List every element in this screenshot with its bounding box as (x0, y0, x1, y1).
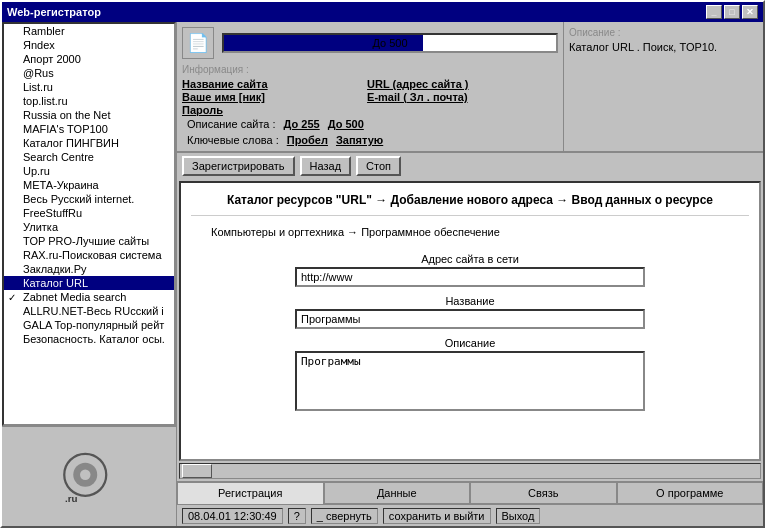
description-area: Описание : Каталог URL . Поиск, TOP10. (563, 22, 763, 151)
name-input[interactable] (295, 309, 645, 329)
tab-bar: Регистрация Данные Связь О программе (177, 481, 763, 504)
desc-500-link[interactable]: До 500 (328, 118, 364, 130)
window-controls: _ □ ✕ (706, 5, 758, 19)
title-bar: Web-регистратор _ □ ✕ (2, 2, 763, 22)
datetime-status: 08.04.01 12:30:49 (182, 508, 283, 524)
minimize-status[interactable]: _ свернуть (311, 508, 378, 524)
form-area: 📄 До 500 Информация : Название сайта URL… (177, 22, 563, 151)
right-panel: 📄 До 500 Информация : Название сайта URL… (177, 22, 763, 526)
kw-comma-link[interactable]: Запятую (336, 134, 383, 146)
info-grid: Название сайта URL (адрес сайта ) Ваше и… (182, 78, 558, 116)
address-input[interactable] (295, 267, 645, 287)
list-item[interactable]: Up.ru (4, 164, 174, 178)
tab-connection[interactable]: Связь (470, 482, 617, 504)
doc-icon: 📄 (182, 27, 214, 59)
desc-textarea[interactable] (295, 351, 645, 411)
content-scroll[interactable]: Каталог ресурсов "URL" → Добавление ново… (179, 181, 761, 461)
close-button[interactable]: ✕ (742, 5, 758, 19)
question-status[interactable]: ? (288, 508, 306, 524)
tab-data[interactable]: Данные (324, 482, 471, 504)
list-item[interactable]: Закладки.Ру (4, 262, 174, 276)
address-field-group: Адрес сайта в сети (191, 253, 749, 287)
password-link[interactable]: Пароль (182, 104, 357, 116)
keywords-label: Ключевые слова : (187, 134, 279, 146)
list-item[interactable]: Каталог ПИНГВИН (4, 136, 174, 150)
tab-about[interactable]: О программе (617, 482, 764, 504)
desc-text: Каталог URL . Поиск, TOP10. (569, 41, 758, 146)
list-item[interactable]: Улитка (4, 220, 174, 234)
sub-nav: Компьютеры и оргтехника → Программное об… (191, 226, 749, 238)
site-name-link[interactable]: Название сайта (182, 78, 357, 90)
url-link[interactable]: URL (адрес сайта ) (367, 78, 558, 90)
svg-text:.ru: .ru (65, 492, 78, 503)
back-button[interactable]: Назад (300, 156, 352, 176)
content-area: Каталог ресурсов "URL" → Добавление ново… (177, 179, 763, 481)
list-item[interactable]: Russia on the Net (4, 108, 174, 122)
main-window: Web-регистратор _ □ ✕ RamblerЯndexАпорт … (0, 0, 765, 528)
desc-255-link[interactable]: До 255 (284, 118, 320, 130)
list-item[interactable]: Rambler (4, 24, 174, 38)
desc-field-group: Описание (191, 337, 749, 411)
list-item[interactable]: Апорт 2000 (4, 52, 174, 66)
top-info: 📄 До 500 Информация : Название сайта URL… (177, 22, 763, 152)
name-label: Название (445, 295, 494, 307)
scrollbar-thumb[interactable] (182, 464, 212, 478)
list-item[interactable]: МЕТА-Украина (4, 178, 174, 192)
list-item[interactable]: FreeStuffRu (4, 206, 174, 220)
breadcrumb: Каталог ресурсов "URL" → Добавление ново… (191, 193, 749, 216)
progress-bar: До 500 (222, 33, 558, 53)
address-label: Адрес сайта в сети (421, 253, 519, 265)
horizontal-scrollbar[interactable] (179, 463, 761, 479)
desc-row: Описание сайта : До 255 До 500 (182, 116, 558, 132)
window-title: Web-регистратор (7, 6, 101, 18)
exit-status[interactable]: Выход (496, 508, 541, 524)
site-desc-label: Описание сайта : (187, 118, 276, 130)
minimize-button[interactable]: _ (706, 5, 722, 19)
list-item[interactable]: Весь Русский internet. (4, 192, 174, 206)
sites-list[interactable]: RamblerЯndexАпорт 2000@RusList.rutop.lis… (2, 22, 176, 426)
svg-point-2 (80, 469, 91, 480)
list-item[interactable]: GALA Top-популярный рейт (4, 318, 174, 332)
email-link[interactable]: E-mail ( Зл . почта) (367, 91, 558, 103)
list-item[interactable]: @Rus (4, 66, 174, 80)
register-button[interactable]: Зарегистрировать (182, 156, 295, 176)
logo-360: .ru (49, 437, 129, 517)
your-name-link[interactable]: Ваше имя [ник] (182, 91, 357, 103)
list-item[interactable]: Search Centre (4, 150, 174, 164)
list-item[interactable]: Яndex (4, 38, 174, 52)
list-item[interactable]: Каталог URL (4, 276, 174, 290)
keywords-row: Ключевые слова : Пробел Запятую (182, 132, 558, 148)
tab-registration[interactable]: Регистрация (177, 482, 324, 504)
save-exit-status[interactable]: сохранить и выйти (383, 508, 491, 524)
content-desc-label: Описание (445, 337, 496, 349)
list-item[interactable]: Zabnet Media search (4, 290, 174, 304)
register-controls: Зарегистрировать Назад Стоп (177, 152, 763, 179)
list-item[interactable]: RAX.ru-Поисковая система (4, 248, 174, 262)
list-item[interactable]: Безопасность. Каталог осы. (4, 332, 174, 346)
name-field-group: Название (191, 295, 749, 329)
list-item[interactable]: List.ru (4, 80, 174, 94)
list-item[interactable]: TOP PRO-Лучшие сайты (4, 234, 174, 248)
kw-space-link[interactable]: Пробел (287, 134, 328, 146)
stop-button[interactable]: Стоп (356, 156, 401, 176)
list-item[interactable]: top.list.ru (4, 94, 174, 108)
progress-label: До 500 (372, 37, 407, 49)
info-label: Информация : (182, 64, 558, 75)
maximize-button[interactable]: □ (724, 5, 740, 19)
logo-area: .ru (2, 426, 176, 526)
form-header: 📄 До 500 (182, 27, 558, 59)
left-panel: RamblerЯndexАпорт 2000@RusList.rutop.lis… (2, 22, 177, 526)
list-item[interactable]: ALLRU.NET-Весь RUсский i (4, 304, 174, 318)
main-content: RamblerЯndexАпорт 2000@RusList.rutop.lis… (2, 22, 763, 526)
status-bar: 08.04.01 12:30:49 ? _ свернуть сохранить… (177, 504, 763, 526)
list-item[interactable]: MAFIA's TOP100 (4, 122, 174, 136)
desc-label: Описание : (569, 27, 758, 38)
